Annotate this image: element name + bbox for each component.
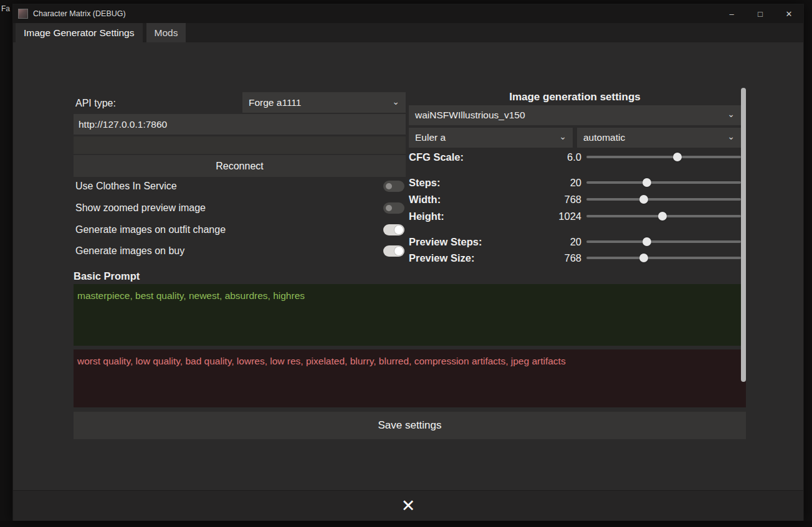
toggle-row-generate-on-outfit: Generate images on outfit change: [75, 221, 404, 239]
app-icon: [18, 9, 28, 19]
slider-thumb[interactable]: [642, 237, 651, 246]
api-url-value: http://127.0.0.1:7860: [79, 119, 167, 130]
slider-thumb[interactable]: [642, 178, 651, 187]
slider-value: 768: [564, 194, 581, 206]
steps-slider[interactable]: [586, 181, 741, 184]
toggle-knob: [394, 225, 404, 235]
tab-bar: Image Generator Settings Mods: [13, 23, 803, 42]
generate-on-buy-toggle[interactable]: [383, 245, 404, 257]
scheduler-value: automatic: [583, 132, 625, 143]
save-settings-button[interactable]: Save settings: [74, 412, 746, 439]
use-clothes-toggle[interactable]: [383, 181, 404, 192]
toggle-row-zoomed-preview: Show zoomed preview image: [75, 199, 404, 217]
slider-row-steps: Steps: 20: [409, 174, 741, 191]
tab-mods[interactable]: Mods: [146, 23, 186, 42]
slider-label: Preview Size:: [409, 252, 474, 264]
zoomed-preview-toggle[interactable]: [383, 202, 404, 214]
api-extra-input[interactable]: [74, 136, 406, 154]
slider-row-width: Width: 768: [409, 191, 741, 207]
toggle-row-generate-on-buy: Generate images on buy: [75, 242, 404, 260]
slider-label: CFG Scale:: [409, 151, 464, 163]
background-app-text: Fa: [1, 4, 10, 13]
chevron-down-icon: ⌄: [559, 132, 566, 141]
width-slider[interactable]: [586, 198, 741, 201]
character-matrix-window: Character Matrix (DEBUG) – □ ✕ Image Gen…: [12, 4, 804, 521]
api-type-select[interactable]: Forge a1111 ⌄: [242, 92, 406, 113]
toggle-label: Generate images on outfit change: [75, 224, 226, 235]
footer-close-icon[interactable]: ✕: [401, 498, 416, 515]
negative-prompt[interactable]: worst quality, low quality, bad quality,…: [74, 349, 746, 407]
toggle-knob: [394, 246, 404, 256]
scheduler-select[interactable]: automatic ⌄: [577, 128, 741, 148]
slider-thumb[interactable]: [639, 254, 648, 262]
scrollbar-thumb[interactable]: [741, 88, 746, 382]
title-bar: Character Matrix (DEBUG) – □ ✕: [13, 4, 803, 23]
basic-prompt-label: Basic Prompt: [74, 270, 140, 282]
slider-label: Preview Steps:: [409, 236, 482, 248]
preview-steps-slider[interactable]: [586, 240, 741, 243]
sampler-select[interactable]: Euler a ⌄: [409, 128, 573, 148]
window-controls: – □ ✕: [717, 4, 803, 23]
model-select[interactable]: waiNSFWIllustrious_v150 ⌄: [409, 105, 741, 125]
footer-bar: ✕: [13, 490, 803, 521]
api-url-input[interactable]: http://127.0.0.1:7860: [74, 114, 406, 135]
minimize-button[interactable]: –: [717, 4, 746, 23]
slider-value: 768: [564, 252, 581, 264]
generate-on-outfit-toggle[interactable]: [383, 224, 404, 235]
sampler-value: Euler a: [415, 132, 446, 143]
background-app-strip: [0, 521, 812, 527]
chevron-down-icon: ⌄: [727, 110, 735, 118]
slider-label: Width:: [409, 194, 441, 206]
height-slider[interactable]: [586, 215, 741, 217]
slider-row-preview-steps: Preview Steps: 20: [409, 234, 741, 250]
toggle-label: Generate images on buy: [75, 245, 184, 257]
slider-label: Height:: [409, 211, 444, 222]
slider-label: Steps:: [409, 177, 440, 189]
slider-row-height: Height: 1024: [409, 208, 741, 224]
reconnect-button[interactable]: Reconnect: [74, 155, 406, 177]
chevron-down-icon: ⌄: [392, 97, 399, 106]
window-title: Character Matrix (DEBUG): [33, 9, 126, 18]
api-type-value: Forge a1111: [249, 97, 301, 108]
toggle-label: Show zoomed preview image: [75, 202, 206, 214]
slider-row-preview-size: Preview Size: 768: [409, 250, 741, 266]
toggle-label: Use Clothes In Service: [75, 181, 177, 192]
toggle-row-use-clothes: Use Clothes In Service: [75, 177, 404, 196]
slider-value: 20: [570, 236, 581, 248]
chevron-down-icon: ⌄: [727, 132, 735, 141]
slider-thumb[interactable]: [639, 195, 648, 204]
model-value: waiNSFWIllustrious_v150: [415, 110, 525, 121]
cfg-scale-slider[interactable]: [586, 156, 741, 158]
image-generation-settings-heading: Image generation settings: [409, 91, 741, 103]
api-type-label: API type:: [75, 98, 116, 109]
positive-prompt[interactable]: masterpiece, best quality, newest, absur…: [74, 284, 746, 346]
slider-row-cfg-scale: CFG Scale: 6.0: [409, 149, 741, 165]
slider-thumb[interactable]: [658, 212, 667, 221]
slider-value: 6.0: [567, 151, 581, 163]
close-button[interactable]: ✕: [775, 4, 803, 23]
slider-value: 1024: [558, 211, 581, 222]
toggle-knob: [386, 183, 392, 189]
slider-value: 20: [570, 177, 581, 189]
maximize-button[interactable]: □: [746, 4, 775, 23]
preview-size-slider[interactable]: [586, 257, 741, 259]
slider-thumb[interactable]: [673, 153, 682, 161]
tab-image-generator-settings[interactable]: Image Generator Settings: [16, 23, 143, 42]
toggle-knob: [386, 205, 392, 211]
